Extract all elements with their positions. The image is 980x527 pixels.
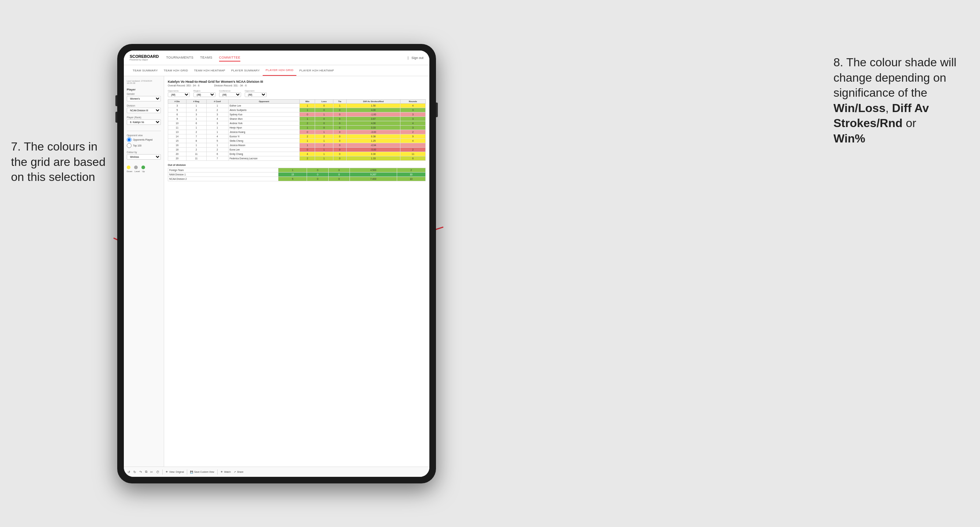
subnav-player-h2h-grid[interactable]: PLAYER H2H GRID (262, 65, 296, 76)
colour-by-select[interactable]: Win/loss (127, 154, 161, 160)
table-records: Overall Record: 353 - 34 - 6 Division Re… (168, 84, 426, 87)
main-data-table: # Div # Reg # Conf Opponent Win Loss Tie… (168, 99, 426, 161)
table-cell: 13 (168, 130, 186, 134)
table-cell: Emily Chang (228, 152, 300, 156)
radio-top100[interactable] (127, 143, 132, 148)
table-cell: 2 (300, 134, 315, 139)
table-cell: NAIA Division 1 (168, 173, 278, 177)
save-custom-btn[interactable]: 💾 Save Custom View (190, 471, 214, 473)
table-cell: Sharon Mun (228, 117, 300, 121)
table-cell: 0 (333, 130, 346, 134)
table-cell: 10 (397, 177, 425, 181)
player-rank-label: Player (Rank) (127, 116, 161, 119)
table-row: 1063Andrea York2004.004 (168, 121, 426, 125)
share-btn[interactable]: ↗ Share (234, 471, 243, 473)
out-of-division-header: Out of division (168, 164, 426, 166)
division-select[interactable]: NCAA Division III (127, 108, 161, 113)
table-cell: Esther Lee (228, 104, 300, 108)
table-cell: 0.30 (347, 152, 401, 156)
table-cell: 15 (168, 139, 186, 143)
copy-icon[interactable]: ⧉ (145, 470, 147, 474)
table-cell: 3 (168, 104, 186, 108)
table-cell: 30 (397, 173, 425, 177)
nav-tournaments[interactable]: TOURNAMENTS (166, 54, 193, 62)
undo-icon[interactable]: ↺ (127, 470, 130, 474)
volume-down-button[interactable] (115, 112, 117, 123)
region-filter-group: Region (All) (193, 90, 215, 97)
table-row: 1611Jessica Mason120-0.94 (168, 143, 426, 148)
table-cell: 0 (315, 108, 333, 113)
annotation-right-text: 8. The colour shade will change dependin… (834, 56, 956, 99)
table-row: 311Esther Lee1011.504 (168, 104, 426, 108)
table-cell: 2 (401, 130, 426, 134)
region-filter-select[interactable]: (All) (193, 92, 215, 97)
table-cell: -1.00 (347, 113, 401, 117)
radio-opponents-played[interactable] (127, 137, 132, 142)
table-cell: 1 (186, 143, 206, 148)
table-cell: 1 (206, 104, 228, 108)
table-cell: Jessica Mason (228, 143, 300, 148)
table-cell: 3 (186, 113, 206, 117)
tablet-screen: SCOREBOARD Powered by clippd TOURNAMENTS… (124, 51, 430, 477)
table-cell: Stella Cheng (228, 139, 300, 143)
subnav-player-h2h-heatmap[interactable]: PLAYER H2H HEATMAP (296, 65, 337, 76)
power-button[interactable] (436, 103, 438, 117)
opponent-filter-select[interactable]: (All) (245, 92, 267, 97)
dot-down (127, 165, 130, 169)
sign-out-link[interactable]: Sign out (411, 56, 423, 60)
table-cell: 4 (401, 104, 426, 108)
table-cell: 0 (300, 130, 315, 134)
table-area: Katelyn Vo Head-to-Head Grid for Women's… (164, 76, 430, 467)
sub-nav: TEAM SUMMARY TEAM H2H GRID TEAM H2H HEAT… (124, 65, 430, 76)
gender-label: Gender (127, 93, 161, 95)
watch-btn[interactable]: 👁 Watch (221, 471, 231, 473)
subnav-team-h2h-grid[interactable]: TEAM H2H GRID (161, 65, 191, 76)
cut-icon[interactable]: ✂ (150, 470, 153, 474)
redo2-icon[interactable]: ↷ (139, 470, 142, 474)
nav-committee[interactable]: COMMITTEE (219, 54, 241, 62)
table-cell: 2 (300, 121, 315, 125)
table-row: 1585Stella Cheng1101.254 (168, 139, 426, 143)
view-original-label: View: Original (169, 471, 184, 473)
gender-select[interactable]: Women's (127, 96, 161, 102)
table-cell: 1.50 (347, 104, 401, 108)
table-cell: 1 (315, 156, 333, 161)
nav-teams[interactable]: TEAMS (200, 54, 213, 62)
view-original-btn[interactable]: 👁 View: Original (165, 471, 184, 473)
table-cell: 3 (401, 125, 426, 130)
table-cell: 11 (186, 156, 206, 161)
conference-filter-select[interactable]: (All) (219, 92, 241, 97)
table-cell: NCAA Division 2 (168, 177, 278, 181)
table-cell: 3 (401, 113, 426, 117)
conference-filter-group: Conference (All) (219, 90, 241, 97)
player-rank-select[interactable]: 8. Katelyn Vo (127, 119, 161, 125)
col-loss: Loss (315, 100, 333, 104)
table-cell: 6 (206, 152, 228, 156)
col-opponent: Opponent (228, 100, 300, 104)
table-cell: 9 (401, 134, 426, 139)
col-diff: Diff Av Strokes/Rnd (347, 100, 401, 104)
table-cell: 20 (168, 156, 186, 161)
table-row: NAIA Division 115009.26730 (168, 173, 426, 177)
table-cell: 9 (168, 117, 186, 121)
table-cell: 0 (300, 148, 315, 152)
table-cell: 20 (168, 152, 186, 156)
subnav-team-h2h-heatmap[interactable]: TEAM H2H HEATMAP (191, 65, 228, 76)
table-cell: 2 (186, 130, 206, 134)
opponents-filter-select[interactable]: (All) (168, 92, 190, 97)
table-cell: 0 (328, 173, 350, 177)
col-rounds: Rounds (401, 100, 426, 104)
table-row: 522Alexis Sudijanto1004.003 (168, 108, 426, 113)
legend-down-label: Down (127, 170, 132, 173)
filter-row: Opponents: (All) Region (All) Conference (168, 90, 426, 97)
clock-icon[interactable]: ⏱ (156, 470, 159, 474)
sidebar-player-title: Player (127, 88, 161, 91)
table-cell: 3 (401, 117, 426, 121)
main-content: Last Updated: 27/03/2024 16:55:38 Player… (124, 76, 430, 467)
table-cell: 1 (300, 125, 315, 130)
subnav-team-summary[interactable]: TEAM SUMMARY (130, 65, 161, 76)
redo-icon[interactable]: ↻ (134, 470, 136, 474)
division-record: Division Record: 331 - 34 - 6 (214, 84, 247, 87)
volume-up-button[interactable] (115, 95, 117, 106)
subnav-player-summary[interactable]: PLAYER SUMMARY (228, 65, 262, 76)
